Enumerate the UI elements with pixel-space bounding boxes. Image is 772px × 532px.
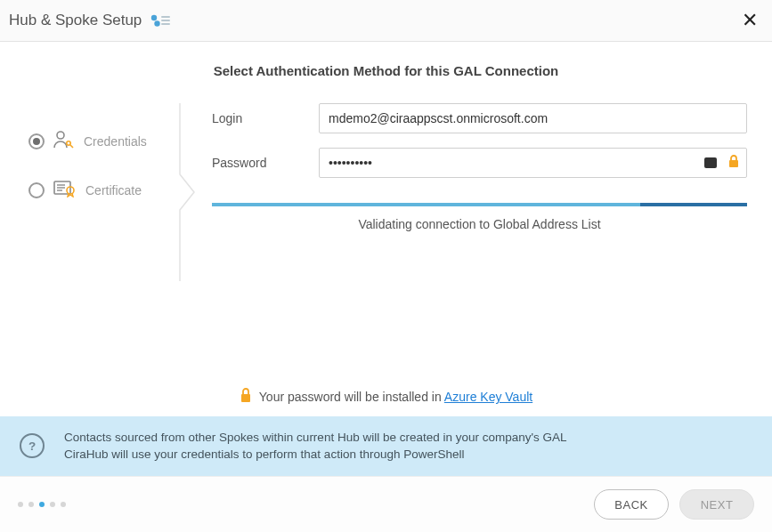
info-line: CiraHub will use your credentials to per… [64, 446, 567, 463]
svg-point-0 [151, 15, 157, 20]
title-bar: Hub & Spoke Setup ✕ [0, 0, 772, 42]
azure-key-vault-link[interactable]: Azure Key Vault [444, 390, 532, 404]
auth-option-credentials[interactable]: Credentials [28, 130, 176, 153]
step-dot-active [39, 502, 45, 507]
progress-bar [212, 203, 747, 206]
svg-rect-13 [241, 394, 250, 402]
page-title: Hub & Spoke Setup [9, 12, 142, 29]
info-text: Contacts sourced from other Spokes withi… [64, 429, 567, 463]
lock-icon [727, 154, 740, 172]
info-line: Contacts sourced from other Spokes withi… [64, 429, 567, 447]
step-dot [50, 502, 55, 507]
lock-icon [240, 387, 252, 407]
vault-text: Your password will be installed in [259, 390, 444, 404]
close-icon[interactable]: ✕ [742, 11, 758, 30]
section-heading: Select Authentication Method for this GA… [25, 63, 747, 78]
step-dot [61, 502, 66, 507]
login-row: Login [212, 103, 747, 133]
login-input[interactable] [319, 103, 747, 133]
login-label: Login [212, 111, 319, 125]
step-dot [18, 502, 23, 507]
wizard-footer: BACK NEXT [0, 476, 772, 532]
next-button[interactable]: NEXT [679, 489, 754, 520]
auth-option-label: Certificate [85, 183, 142, 197]
vault-notice: Your password will be installed in Azure… [25, 387, 747, 407]
password-input[interactable] [319, 148, 747, 178]
main-panel: Select Authentication Method for this GA… [0, 42, 772, 416]
password-wrap [319, 148, 747, 178]
step-indicator [18, 502, 66, 507]
progress-status: Validating connection to Global Address … [212, 217, 747, 231]
credentials-icon [53, 130, 75, 153]
svg-point-6 [67, 141, 70, 145]
svg-point-1 [155, 20, 160, 26]
auth-method-list: Credentials Certificate [25, 103, 176, 228]
auth-option-certificate[interactable]: Certificate [28, 180, 176, 201]
step-dot [28, 502, 34, 507]
password-label: Password [212, 156, 319, 170]
help-icon[interactable]: ? [20, 433, 45, 458]
info-banner: ? Contacts sourced from other Spokes wit… [0, 416, 772, 476]
divider-chevron [176, 103, 212, 231]
svg-rect-2 [161, 16, 170, 18]
svg-rect-12 [729, 160, 738, 167]
radio-selected-icon [28, 133, 45, 149]
password-row: Password [212, 148, 747, 178]
radio-unselected-icon [28, 182, 45, 198]
svg-rect-4 [161, 23, 170, 25]
back-button[interactable]: BACK [594, 489, 669, 520]
content-row: Credentials Certificate [25, 103, 747, 231]
credentials-form: Login Password [212, 103, 747, 231]
certificate-icon [53, 180, 77, 201]
keyboard-icon[interactable] [704, 157, 717, 168]
hub-spoke-icon [149, 12, 172, 28]
svg-rect-3 [161, 20, 170, 21]
svg-point-5 [57, 132, 64, 139]
auth-option-label: Credentials [84, 134, 147, 149]
